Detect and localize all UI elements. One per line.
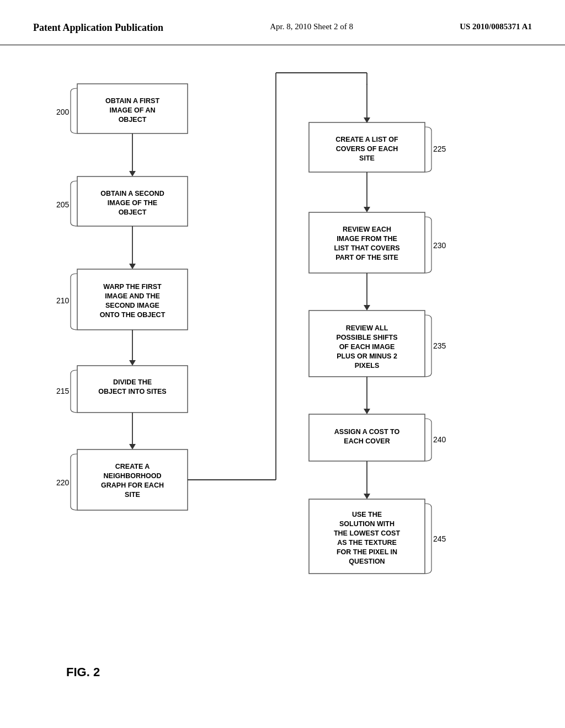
header-patent-num: US 2010/0085371 A1 (460, 22, 532, 31)
svg-marker-13 (129, 264, 136, 269)
svg-text:240: 240 (433, 435, 446, 444)
svg-text:THE LOWEST COST: THE LOWEST COST (334, 529, 401, 537)
header-date-sheet: Apr. 8, 2010 Sheet 2 of 8 (270, 22, 353, 31)
svg-text:OF EACH IMAGE: OF EACH IMAGE (339, 343, 395, 351)
svg-text:PLUS OR MINUS 2: PLUS OR MINUS 2 (337, 352, 397, 360)
svg-text:200: 200 (56, 108, 70, 116)
svg-text:CREATE A LIST OF: CREATE A LIST OF (335, 136, 398, 143)
svg-marker-6 (129, 171, 136, 176)
svg-text:LIST THAT COVERS: LIST THAT COVERS (334, 244, 399, 252)
svg-text:ASSIGN A COST TO: ASSIGN A COST TO (334, 428, 400, 436)
svg-text:GRAPH FOR EACH: GRAPH FOR EACH (101, 481, 164, 489)
svg-text:EACH COVER: EACH COVER (344, 437, 390, 445)
svg-text:OBJECT: OBJECT (119, 208, 147, 216)
svg-text:PIXELS: PIXELS (355, 362, 379, 370)
svg-marker-27 (129, 444, 136, 449)
svg-text:OBJECT INTO SITES: OBJECT INTO SITES (98, 388, 166, 395)
svg-text:245: 245 (433, 534, 446, 543)
svg-text:POSSIBLE SHIFTS: POSSIBLE SHIFTS (336, 334, 397, 341)
svg-text:SECOND IMAGE: SECOND IMAGE (105, 302, 159, 309)
svg-text:230: 230 (433, 241, 446, 250)
svg-rect-44 (309, 212, 425, 273)
svg-text:AS THE TEXTURE: AS THE TEXTURE (337, 539, 397, 547)
svg-text:WARP THE FIRST: WARP THE FIRST (103, 283, 162, 291)
flowchart-svg: OBTAIN A FIRST IMAGE OF AN OBJECT 200 OB… (22, 51, 541, 674)
header: Patent Application Publication Apr. 8, 2… (0, 0, 565, 45)
svg-text:SITE: SITE (359, 154, 375, 162)
diagram-area: OBTAIN A FIRST IMAGE OF AN OBJECT 200 OB… (0, 45, 565, 685)
svg-text:CREATE A: CREATE A (115, 463, 150, 470)
svg-text:SITE: SITE (125, 491, 140, 499)
svg-marker-66 (364, 494, 370, 499)
svg-text:QUESTION: QUESTION (349, 558, 385, 565)
svg-text:225: 225 (433, 144, 446, 153)
svg-text:IMAGE FROM THE: IMAGE FROM THE (337, 235, 397, 243)
svg-text:205: 205 (56, 200, 70, 209)
svg-text:DIVIDE THE: DIVIDE THE (113, 378, 152, 386)
svg-text:REVIEW EACH: REVIEW EACH (343, 226, 391, 233)
svg-text:SOLUTION WITH: SOLUTION WITH (339, 520, 395, 528)
svg-text:NEIGHBORHOOD: NEIGHBORHOOD (104, 472, 162, 480)
svg-text:IMAGE OF THE: IMAGE OF THE (108, 199, 157, 207)
svg-text:OBTAIN A SECOND: OBTAIN A SECOND (100, 190, 164, 197)
svg-text:COVERS OF EACH: COVERS OF EACH (336, 145, 398, 153)
svg-marker-21 (129, 360, 136, 366)
svg-text:235: 235 (433, 341, 446, 350)
header-publication: Patent Application Publication (33, 22, 163, 34)
svg-text:215: 215 (56, 387, 70, 395)
svg-text:IMAGE OF AN: IMAGE OF AN (110, 106, 156, 114)
svg-text:REVIEW ALL: REVIEW ALL (346, 324, 388, 332)
figure-label: FIG. 2 (66, 665, 100, 679)
svg-text:210: 210 (56, 296, 70, 305)
svg-marker-43 (364, 207, 370, 212)
svg-text:ONTO THE OBJECT: ONTO THE OBJECT (100, 311, 166, 319)
svg-text:OBTAIN A FIRST: OBTAIN A FIRST (105, 97, 160, 105)
page: Patent Application Publication Apr. 8, 2… (0, 0, 565, 728)
svg-text:220: 220 (56, 478, 70, 487)
svg-marker-51 (364, 305, 370, 311)
svg-text:USE THE: USE THE (352, 511, 382, 518)
svg-text:PART OF THE SITE: PART OF THE SITE (335, 254, 398, 261)
svg-text:FOR THE PIXEL IN: FOR THE PIXEL IN (337, 548, 397, 556)
svg-text:OBJECT: OBJECT (119, 116, 147, 124)
svg-text:IMAGE AND THE: IMAGE AND THE (105, 292, 160, 300)
svg-marker-60 (364, 409, 370, 414)
svg-rect-28 (77, 449, 188, 510)
